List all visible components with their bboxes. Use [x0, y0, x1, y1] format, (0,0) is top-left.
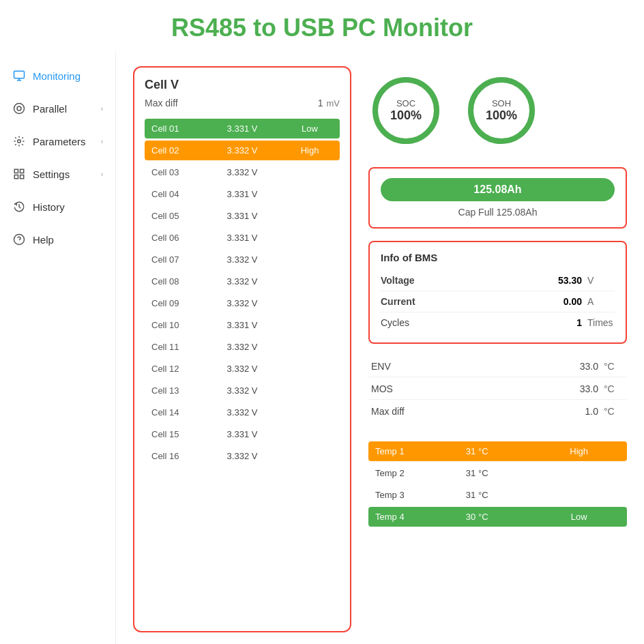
cell-voltage: 3.331 V: [205, 315, 280, 335]
cell-id: Cell 02: [145, 141, 205, 160]
soc-label: SOC: [390, 98, 422, 108]
temp-status: Low: [531, 507, 627, 527]
table-row: Cell 06 3.331 V: [145, 228, 340, 248]
cell-status: [280, 228, 340, 248]
table-row: Cell 04 3.331 V: [145, 184, 340, 204]
sidebar-monitoring-label: Monitoring: [33, 70, 80, 82]
bms-unit: V: [587, 275, 615, 286]
cell-status: Low: [280, 119, 340, 138]
temp-row: Temp 2 31 °C: [368, 463, 627, 483]
cell-id: Cell 05: [145, 206, 205, 226]
sidebar-item-history[interactable]: History: [0, 190, 115, 223]
extra-unit: °C: [604, 406, 624, 417]
cell-voltage: 3.332 V: [205, 359, 280, 379]
cell-status: [280, 424, 340, 444]
cell-id: Cell 13: [145, 381, 205, 400]
max-diff-value: 1: [318, 98, 323, 108]
soh-value: 100%: [486, 108, 517, 123]
cell-id: Cell 15: [145, 424, 205, 444]
cell-id: Cell 08: [145, 272, 205, 291]
right-panel: SOC 100% SOH 100%: [368, 66, 627, 632]
bms-key: Current: [381, 296, 564, 307]
cell-voltage: 3.332 V: [205, 293, 280, 313]
max-diff-row: Max diff 1 mV: [145, 98, 340, 108]
temp-value: 31 °C: [423, 485, 531, 505]
sidebar: Monitoring Parallel › Parameters ›: [0, 53, 116, 644]
svg-rect-7: [20, 169, 24, 173]
bms-value: 53.30: [558, 275, 582, 286]
cell-status: [280, 381, 340, 400]
cell-id: Cell 11: [145, 337, 205, 357]
bms-key: Voltage: [381, 275, 558, 286]
cell-voltage: 3.331 V: [205, 206, 280, 226]
max-diff-label: Max diff: [145, 98, 318, 108]
temp-id: Temp 2: [368, 463, 423, 483]
extra-value: 33.0: [580, 361, 598, 372]
cap-full-label: Cap Full 125.08Ah: [381, 207, 615, 218]
cell-status: [280, 446, 340, 466]
cell-voltage: 3.332 V: [205, 162, 280, 182]
max-diff-unit: mV: [327, 98, 340, 108]
bms-unit: A: [587, 296, 615, 307]
extra-key: Max diff: [371, 406, 585, 417]
bms-panel: Info of BMS Voltage 53.30 V Current 0.00…: [368, 241, 627, 344]
sidebar-item-settings[interactable]: Settings ›: [0, 158, 115, 190]
extra-row: MOS 33.0 °C: [368, 379, 627, 400]
parallel-icon: [12, 102, 26, 115]
table-row: Cell 05 3.331 V: [145, 206, 340, 226]
sidebar-item-parameters[interactable]: Parameters ›: [0, 125, 115, 158]
bms-title: Info of BMS: [381, 252, 615, 263]
table-row: Cell 12 3.332 V: [145, 359, 340, 379]
extra-key: MOS: [371, 383, 580, 394]
cell-voltage: 3.332 V: [205, 381, 280, 400]
cell-status: [280, 402, 340, 422]
sidebar-history-label: History: [33, 201, 65, 213]
page-title: RS485 to USB PC Monitor: [0, 0, 644, 53]
svg-point-3: [14, 104, 25, 114]
main-content: Cell V Max diff 1 mV Cell 01 3.331 V Low…: [116, 53, 644, 644]
cell-id: Cell 04: [145, 184, 205, 204]
table-row: Cell 15 3.331 V: [145, 424, 340, 444]
cell-status: [280, 162, 340, 182]
cell-voltage: 3.331 V: [205, 424, 280, 444]
temp-value: 30 °C: [423, 507, 531, 527]
cell-panel: Cell V Max diff 1 mV Cell 01 3.331 V Low…: [133, 66, 351, 632]
temp-table: Temp 1 31 °C High Temp 2 31 °C Temp 3 31…: [368, 439, 627, 529]
extra-unit: °C: [604, 361, 624, 372]
temp-status: [531, 485, 627, 505]
cell-status: [280, 184, 340, 204]
sidebar-parallel-label: Parallel: [33, 103, 67, 115]
extra-value: 1.0: [585, 406, 598, 417]
cell-status: [280, 315, 340, 335]
sidebar-parameters-label: Parameters: [33, 136, 86, 147]
bms-row: Voltage 53.30 V: [381, 270, 615, 291]
sidebar-item-help[interactable]: Help: [0, 223, 115, 256]
temp-value: 31 °C: [423, 463, 531, 483]
table-row: Cell 11 3.332 V: [145, 337, 340, 357]
table-row: Cell 03 3.332 V: [145, 162, 340, 182]
table-row: Cell 13 3.332 V: [145, 381, 340, 400]
soh-gauge: SOH 100%: [464, 73, 539, 148]
table-row: Cell 10 3.331 V: [145, 315, 340, 335]
settings-icon: [12, 167, 26, 181]
cell-voltage: 3.331 V: [205, 184, 280, 204]
cell-voltage: 3.332 V: [205, 141, 280, 160]
cell-voltage: 3.332 V: [205, 446, 280, 466]
svg-rect-0: [14, 71, 25, 78]
temp-row: Temp 3 31 °C: [368, 485, 627, 505]
bms-row: Current 0.00 A: [381, 291, 615, 312]
temp-row: Temp 4 30 °C Low: [368, 507, 627, 527]
sidebar-item-monitoring[interactable]: Monitoring: [0, 59, 115, 92]
cell-voltage: 3.332 V: [205, 402, 280, 422]
cell-id: Cell 16: [145, 446, 205, 466]
cell-status: [280, 337, 340, 357]
sidebar-settings-label: Settings: [33, 169, 70, 180]
svg-point-5: [18, 140, 21, 143]
sidebar-item-parallel[interactable]: Parallel ›: [0, 92, 115, 125]
cap-panel: 125.08Ah Cap Full 125.08Ah: [368, 167, 627, 229]
cell-status: [280, 250, 340, 269]
temp-row: Temp 1 31 °C High: [368, 441, 627, 461]
soh-label: SOH: [486, 98, 517, 108]
sidebar-help-label: Help: [33, 234, 54, 246]
svg-rect-8: [14, 175, 18, 179]
